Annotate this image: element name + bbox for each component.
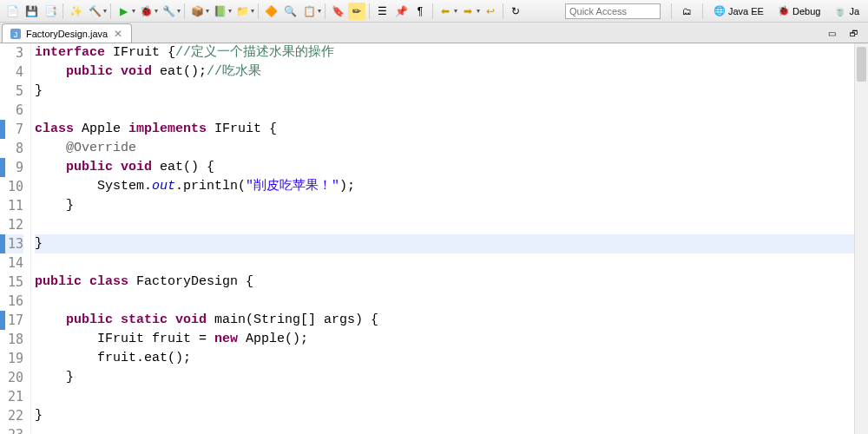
code-token: void (121, 160, 152, 174)
dropdown-icon[interactable]: ▾ (155, 7, 158, 15)
run-icon[interactable]: ▶ (115, 3, 132, 20)
code-token (35, 141, 66, 155)
refresh-icon[interactable]: ↻ (507, 3, 524, 20)
debug-perspective-button[interactable]: 🐞Debug (773, 3, 825, 20)
dropdown-icon[interactable]: ▾ (318, 7, 321, 15)
code-token: static (121, 312, 168, 327)
line-number: 11 (0, 196, 23, 215)
dropdown-icon[interactable]: ▾ (103, 7, 107, 15)
change-marker (0, 311, 5, 330)
toggle-mark-icon[interactable]: 🔖 (329, 3, 346, 20)
code-token: eat(); (152, 64, 207, 79)
code-line[interactable]: } (35, 234, 868, 253)
dropdown-icon[interactable]: ▾ (228, 7, 232, 15)
code-line[interactable] (35, 387, 868, 406)
dropdown-icon[interactable]: ▾ (454, 7, 457, 15)
javaee-perspective-button[interactable]: 🌐Java EE (708, 3, 769, 20)
java-file-icon: J (10, 28, 22, 40)
perspective-switcher: 🗂 🌐Java EE 🐞Debug 🍵Ja (669, 3, 865, 20)
code-line[interactable]: } (35, 368, 868, 387)
close-icon[interactable]: ✕ (112, 28, 124, 40)
code-line[interactable] (35, 101, 868, 120)
code-line[interactable] (35, 253, 868, 273)
new-icon[interactable]: 📄 (3, 3, 21, 20)
code-line[interactable]: public class FactoryDesign { (35, 273, 868, 292)
open-type-icon[interactable]: 🔶 (262, 3, 279, 20)
code-token: new (214, 332, 238, 346)
code-line[interactable]: System.out.println("削皮吃苹果！"); (35, 177, 868, 196)
scroll-thumb[interactable] (857, 47, 866, 82)
editor-tab[interactable]: J FactoryDesign.java ✕ (2, 23, 132, 43)
code-token: IFruit { (105, 45, 175, 60)
line-number: 8 (0, 139, 23, 158)
dropdown-icon[interactable]: ▾ (132, 7, 135, 15)
code-line[interactable] (35, 215, 868, 234)
code-token: } (35, 198, 74, 213)
line-number: 3 (0, 43, 23, 62)
dropdown-icon[interactable]: ▾ (177, 7, 181, 15)
code-line[interactable] (35, 292, 868, 311)
outline-icon[interactable]: ☰ (373, 3, 391, 20)
filter-icon[interactable]: ¶ (411, 3, 429, 20)
code-token: ); (339, 179, 355, 194)
last-edit-icon[interactable]: ↩ (482, 3, 499, 20)
separator (671, 3, 672, 19)
code-line[interactable]: } (35, 406, 868, 425)
code-editor[interactable]: 34567891011121314151617181920212223 inte… (0, 43, 868, 434)
wand-icon[interactable]: ✨ (67, 3, 84, 20)
code-area[interactable]: interface IFruit {//定义一个描述水果的操作 public v… (31, 43, 868, 434)
new-folder-icon[interactable]: 📁 (233, 3, 251, 20)
code-line[interactable]: } (35, 82, 868, 101)
code-line[interactable]: class Apple implements IFruit { (35, 120, 868, 139)
code-line[interactable] (35, 425, 868, 434)
external-tools-icon[interactable]: 🔧 (160, 3, 177, 20)
line-number: 12 (0, 215, 23, 234)
save-icon[interactable]: 💾 (23, 3, 40, 20)
maximize-icon[interactable]: 🗗 (845, 24, 863, 42)
code-token: fruit.eat(); (35, 351, 191, 365)
new-package-icon[interactable]: 📦 (188, 3, 206, 20)
code-line[interactable]: fruit.eat(); (35, 349, 868, 368)
code-token: Apple(); (238, 332, 308, 346)
new-class-icon[interactable]: 📗 (211, 3, 228, 20)
quick-access-input[interactable] (565, 3, 661, 19)
code-line[interactable]: @Override (35, 139, 868, 158)
tab-controls: ▭ 🗗 (823, 24, 863, 42)
code-line[interactable]: } (35, 196, 868, 215)
line-number: 5 (0, 82, 23, 101)
code-token: public (35, 274, 82, 289)
line-number: 14 (0, 253, 23, 273)
code-line[interactable]: public void eat() { (35, 158, 868, 177)
java-perspective-button[interactable]: 🍵Ja (829, 3, 865, 20)
open-perspective-button[interactable]: 🗂 (677, 3, 697, 20)
code-line[interactable]: interface IFruit {//定义一个描述水果的操作 (35, 43, 868, 62)
code-token (35, 64, 66, 79)
save-all-icon[interactable]: 📑 (42, 3, 59, 20)
dropdown-icon[interactable]: ▾ (251, 7, 254, 15)
vertical-scrollbar[interactable] (854, 43, 868, 434)
code-line[interactable]: public static void main(String[] args) { (35, 311, 868, 330)
line-number: 6 (0, 101, 23, 120)
dropdown-icon[interactable]: ▾ (477, 7, 480, 15)
perspective-label: Debug (792, 6, 820, 16)
code-token (113, 312, 121, 327)
minimize-icon[interactable]: ▭ (823, 24, 840, 42)
forward-icon[interactable]: ➡ (459, 3, 477, 20)
search-icon[interactable]: 🔍 (281, 3, 299, 20)
task-icon[interactable]: 📋 (300, 3, 318, 20)
code-token: } (35, 370, 74, 385)
dropdown-icon[interactable]: ▾ (206, 7, 209, 15)
debug-icon[interactable]: 🐞 (137, 3, 155, 20)
code-token: void (121, 64, 152, 79)
code-token: IFruit fruit = (35, 332, 214, 346)
back-icon[interactable]: ⬅ (437, 3, 454, 20)
perspective-label: Ja (849, 6, 859, 16)
perspective-label: Java EE (728, 6, 764, 16)
code-line[interactable]: IFruit fruit = new Apple(); (35, 330, 868, 349)
build-icon[interactable]: 🔨 (86, 3, 103, 20)
code-token: public (66, 312, 113, 327)
code-line[interactable]: public void eat();//吃水果 (35, 62, 868, 82)
highlight-icon[interactable]: ✏ (348, 3, 365, 20)
pin-icon[interactable]: 📌 (392, 3, 410, 20)
separator (702, 3, 703, 19)
